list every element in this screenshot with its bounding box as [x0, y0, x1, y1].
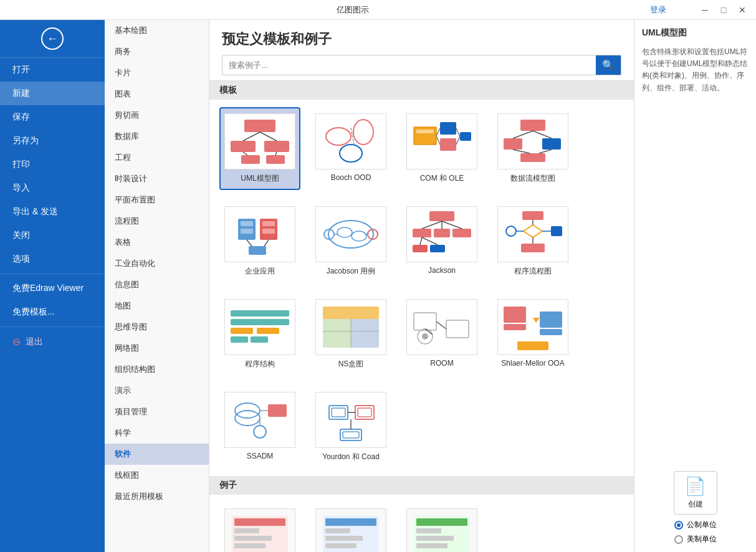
search-input[interactable]: [222, 57, 596, 74]
title-bar: 亿图图示 登录 ─ □ ✕: [0, 0, 756, 20]
category-business[interactable]: 商务: [105, 41, 209, 62]
svg-rect-16: [440, 138, 456, 151]
category-storyboard[interactable]: 剪切画: [105, 105, 209, 126]
category-engineering[interactable]: 工程: [105, 147, 209, 168]
imperial-radio-item[interactable]: 美制单位: [674, 534, 717, 545]
sidebar-item-export[interactable]: 导出 & 发送: [0, 200, 105, 224]
category-info[interactable]: 信息图: [105, 274, 209, 295]
window-controls: ─ □ ✕: [696, 3, 751, 17]
template-label-jacobson: Jacobson 用例: [327, 266, 376, 277]
example-thumb-2: [315, 508, 386, 552]
category-software[interactable]: 软件: [105, 444, 209, 465]
sidebar-item-open[interactable]: 打开: [0, 58, 105, 82]
category-mindmap[interactable]: 思维导图: [105, 316, 209, 338]
back-button[interactable]: ←: [0, 20, 105, 58]
category-chart[interactable]: 图表: [105, 83, 209, 105]
svg-rect-99: [358, 408, 371, 417]
svg-point-81: [422, 333, 428, 340]
svg-line-28: [513, 150, 530, 153]
svg-rect-106: [234, 528, 259, 533]
template-thumb-shlaer: [497, 299, 568, 355]
sidebar-item-options[interactable]: 选项: [0, 247, 105, 271]
category-map[interactable]: 地图: [105, 295, 209, 316]
maximize-button[interactable]: □: [715, 3, 732, 17]
category-industrial[interactable]: 工业自动化: [105, 253, 209, 274]
svg-rect-6: [266, 155, 285, 164]
category-recent[interactable]: 最近所用模板: [105, 486, 209, 507]
sidebar-item-free-viewer[interactable]: 免费Edraw Viewer: [0, 277, 105, 300]
template-label-ssadm: SSADM: [247, 452, 274, 460]
svg-line-3: [243, 132, 260, 141]
template-dataflow[interactable]: 数据流模型图: [492, 107, 573, 190]
category-basic[interactable]: 基本绘图: [105, 20, 209, 41]
example-1[interactable]: [219, 502, 300, 552]
search-button[interactable]: 🔍: [596, 55, 621, 75]
template-thumb-ssadm: [224, 392, 295, 448]
template-program-struct[interactable]: 程序结构: [219, 293, 300, 376]
template-yourdon[interactable]: Yourdon 和 Coad: [310, 386, 391, 469]
category-database[interactable]: 数据库: [105, 126, 209, 147]
template-label-yourdon: Yourdon 和 Coad: [322, 452, 380, 462]
create-button[interactable]: 📄 创建: [674, 471, 717, 515]
examples-label: 例子: [219, 480, 237, 491]
template-label-booch: Booch OOD: [331, 173, 371, 182]
template-uml[interactable]: UML模型图: [219, 107, 300, 190]
category-demo[interactable]: 演示: [105, 380, 209, 401]
template-program-flow[interactable]: 程序流程图: [492, 200, 573, 283]
svg-line-8: [275, 152, 277, 155]
sidebar-item-save[interactable]: 保存: [0, 105, 105, 129]
template-ns[interactable]: NS盒图: [310, 293, 391, 376]
svg-line-27: [533, 131, 552, 138]
category-sidebar: 基本绘图 商务 卡片 图表 剪切画 数据库 工程 时装设计 平面布置图 流程图 …: [105, 20, 209, 552]
category-flowchart[interactable]: 流程图: [105, 211, 209, 232]
category-project[interactable]: 项目管理: [105, 401, 209, 422]
svg-rect-35: [262, 229, 275, 234]
sidebar-item-import[interactable]: 导入: [0, 176, 105, 200]
login-link[interactable]: 登录: [650, 4, 666, 16]
category-network[interactable]: 网络图: [105, 338, 209, 359]
template-room[interactable]: ROOM: [401, 293, 482, 376]
sidebar-item-close[interactable]: 关闭: [0, 224, 105, 247]
sidebar-item-exit[interactable]: ⊖ 退出: [0, 330, 105, 354]
svg-rect-75: [351, 319, 379, 348]
sidebar-item-saveas[interactable]: 另存为: [0, 129, 105, 153]
category-science[interactable]: 科学: [105, 422, 209, 444]
template-thumb-program-struct: [224, 299, 295, 355]
template-jacobson[interactable]: Jacobson 用例: [310, 200, 391, 283]
svg-line-52: [442, 221, 462, 229]
template-shlaer[interactable]: Shlaer-Mellor OOA: [492, 293, 573, 376]
svg-line-56: [422, 237, 438, 245]
category-fashion[interactable]: 时装设计: [105, 168, 209, 189]
category-table[interactable]: 表格: [105, 232, 209, 253]
template-enterprise[interactable]: 企业应用: [219, 200, 300, 283]
back-circle-icon[interactable]: ←: [41, 27, 64, 50]
sidebar-item-free-template[interactable]: 免费模板...: [0, 300, 105, 324]
category-floorplan[interactable]: 平面布置图: [105, 189, 209, 211]
example-2[interactable]: [310, 502, 391, 552]
example-3[interactable]: [401, 502, 482, 552]
svg-rect-105: [234, 518, 285, 526]
category-card[interactable]: 卡片: [105, 62, 209, 83]
svg-rect-57: [522, 211, 543, 220]
svg-line-50: [422, 221, 442, 229]
template-thumb-ns: [315, 299, 386, 355]
template-booch[interactable]: Booch OOD: [310, 107, 391, 190]
close-button[interactable]: ✕: [734, 3, 751, 17]
sidebar-item-print[interactable]: 打印: [0, 153, 105, 176]
sidebar-item-new[interactable]: 新建: [0, 82, 105, 105]
svg-rect-63: [551, 226, 562, 236]
template-com-ole[interactable]: COM 和 OLE: [401, 107, 482, 190]
create-label: 创建: [688, 499, 703, 510]
metric-radio-item[interactable]: 公制单位: [674, 520, 717, 530]
svg-rect-67: [231, 319, 289, 325]
category-wireframe[interactable]: 线框图: [105, 465, 209, 486]
svg-rect-115: [416, 518, 467, 526]
category-org[interactable]: 组织结构图: [105, 359, 209, 380]
template-jackson[interactable]: Jackson: [401, 200, 482, 283]
svg-line-37: [247, 240, 252, 246]
right-panel-description: 包含特殊形状和设置包括UML符号以便于创建UML模型和静态结构(类和对象)、用例…: [642, 46, 749, 94]
minimize-button[interactable]: ─: [696, 3, 714, 17]
template-ssadm[interactable]: SSADM: [219, 386, 300, 469]
svg-rect-31: [241, 221, 253, 226]
template-thumb-program-flow: [497, 206, 568, 262]
